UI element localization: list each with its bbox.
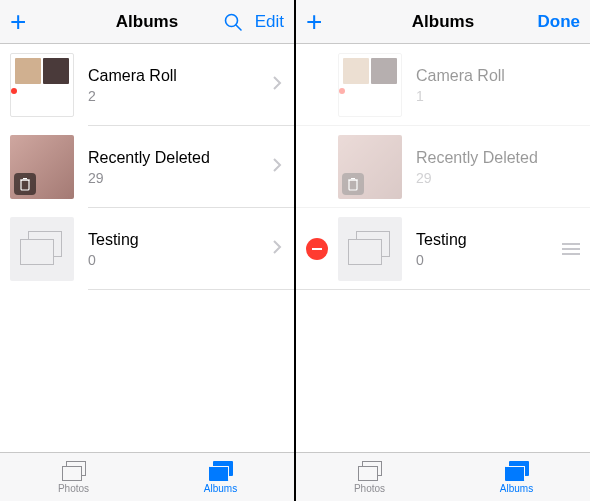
album-row[interactable]: Camera Roll 2 [0, 44, 294, 126]
album-row-editable[interactable]: Testing 0 [296, 208, 590, 290]
album-title: Camera Roll [88, 67, 272, 85]
album-count: 0 [416, 252, 554, 268]
done-button[interactable]: Done [538, 12, 581, 32]
tab-photos[interactable]: Photos [0, 453, 147, 501]
albums-icon [503, 460, 531, 482]
trash-icon [14, 173, 36, 195]
chevron-right-icon [272, 239, 288, 259]
add-button[interactable]: + [306, 8, 322, 36]
svg-rect-5 [349, 180, 357, 190]
album-count: 29 [416, 170, 584, 186]
tab-albums[interactable]: Albums [147, 453, 294, 501]
album-count: 2 [88, 88, 272, 104]
album-thumb-recently-deleted [10, 135, 74, 199]
search-icon[interactable] [223, 12, 243, 32]
nav-bar: + Albums Done [296, 0, 590, 44]
svg-line-1 [236, 25, 241, 30]
trash-icon [342, 173, 364, 195]
edit-button[interactable]: Edit [255, 12, 284, 32]
album-thumb-empty [10, 217, 74, 281]
album-title: Testing [416, 231, 554, 249]
album-title: Camera Roll [416, 67, 584, 85]
pane-edit: + Albums Done Camera Roll 1 [296, 0, 590, 501]
tab-albums[interactable]: Albums [443, 453, 590, 501]
nav-bar: + Albums Edit [0, 0, 294, 44]
album-list-editing: Camera Roll 1 Recently Deleted 29 [296, 44, 590, 452]
album-count: 1 [416, 88, 584, 104]
tab-bar: Photos Albums [296, 452, 590, 501]
album-thumb-camera-roll [10, 53, 74, 117]
nav-title: Albums [116, 12, 178, 32]
album-row[interactable]: Recently Deleted 29 [0, 126, 294, 208]
pane-normal: + Albums Edit Camera Roll 2 [0, 0, 294, 501]
album-title: Recently Deleted [416, 149, 584, 167]
svg-rect-2 [21, 180, 29, 190]
tab-photos[interactable]: Photos [296, 453, 443, 501]
nav-title: Albums [412, 12, 474, 32]
album-count: 0 [88, 252, 272, 268]
photos-icon [356, 460, 384, 482]
album-thumb-camera-roll [338, 53, 402, 117]
album-row[interactable]: Testing 0 [0, 208, 294, 290]
album-thumb-empty [338, 217, 402, 281]
album-row: Recently Deleted 29 [296, 126, 590, 208]
album-count: 29 [88, 170, 272, 186]
album-thumb-recently-deleted [338, 135, 402, 199]
add-button[interactable]: + [10, 8, 26, 36]
album-title: Testing [88, 231, 272, 249]
delete-button[interactable] [306, 238, 328, 260]
chevron-right-icon [272, 157, 288, 177]
album-title: Recently Deleted [88, 149, 272, 167]
tab-bar: Photos Albums [0, 452, 294, 501]
album-list: Camera Roll 2 Recently Deleted 29 [0, 44, 294, 452]
drag-handle-icon[interactable] [558, 243, 584, 255]
photos-icon [60, 460, 88, 482]
chevron-right-icon [272, 75, 288, 95]
album-row: Camera Roll 1 [296, 44, 590, 126]
albums-icon [207, 460, 235, 482]
